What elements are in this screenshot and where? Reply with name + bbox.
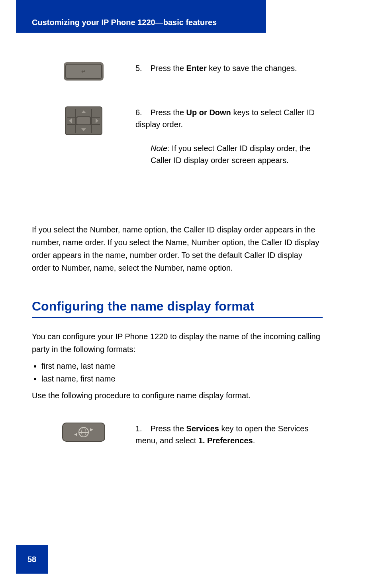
navigation-key-icon — [65, 106, 102, 135]
bullet-2: last name, first name — [41, 372, 323, 385]
enter-key-inner-icon: ↵ — [65, 64, 102, 79]
services-key-icon — [62, 423, 105, 442]
step-1b-prefix: Press the — [151, 424, 186, 433]
step-5-key: Enter — [186, 64, 207, 73]
step-5-number: 5. — [135, 62, 148, 74]
para2-b: Use the following procedure to configure… — [32, 389, 323, 402]
globe-icon — [78, 427, 89, 437]
bullet-1: first name, last name — [41, 360, 323, 372]
section-body: You can configure your IP Phone 1220 to … — [32, 330, 323, 402]
page-number: 58 — [27, 555, 36, 564]
body-paragraph-1: If you select the Number, name option, t… — [32, 223, 323, 274]
step-1b-number: 1. — [135, 423, 148, 435]
step-1b-text: 1. Press the Services key to open the Se… — [135, 423, 327, 446]
section-heading-text: Configuring the name display format — [32, 299, 323, 314]
section-heading: Configuring the name display format — [32, 299, 323, 318]
step-5-row: ↵ 5. Press the Enter key to save the cha… — [32, 62, 327, 81]
step-6-note-label: Note: — [151, 144, 170, 153]
step-6-note-text: If you select Caller ID display order, t… — [151, 144, 310, 165]
step-6-key: Up or Down — [186, 108, 231, 117]
step-1b-key: Services — [186, 424, 219, 433]
step-5-graphic-col: ↵ — [32, 62, 135, 81]
step-6-row: 6. Press the Up or Down keys to select C… — [32, 106, 327, 166]
step-6-text: 6. Press the Up or Down keys to select C… — [135, 106, 327, 166]
page-number-box: 58 — [16, 545, 48, 574]
enter-key-icon: ↵ — [64, 62, 104, 81]
step-5-text: 5. Press the Enter key to save the chang… — [135, 62, 327, 74]
step-6-graphic-col — [32, 106, 135, 135]
step-1b-menu: 1. Preferences — [198, 436, 253, 445]
step-6-prefix: Press the — [151, 108, 186, 117]
step-6-note: Note: If you select Caller ID display or… — [151, 142, 327, 166]
header-bar: Customizing your IP Phone 1220—basic fea… — [16, 0, 266, 33]
para2-a: You can configure your IP Phone 1220 to … — [32, 330, 323, 356]
step-1b-graphic-col — [32, 423, 135, 442]
step-6-number: 6. — [135, 106, 148, 118]
step-5-prefix: Press the — [151, 64, 186, 73]
header-title: Customizing your IP Phone 1220—basic fea… — [32, 18, 217, 27]
step-5-suffix: key to save the changes. — [207, 64, 297, 73]
step-1b-row: 1. Press the Services key to open the Se… — [32, 423, 327, 446]
